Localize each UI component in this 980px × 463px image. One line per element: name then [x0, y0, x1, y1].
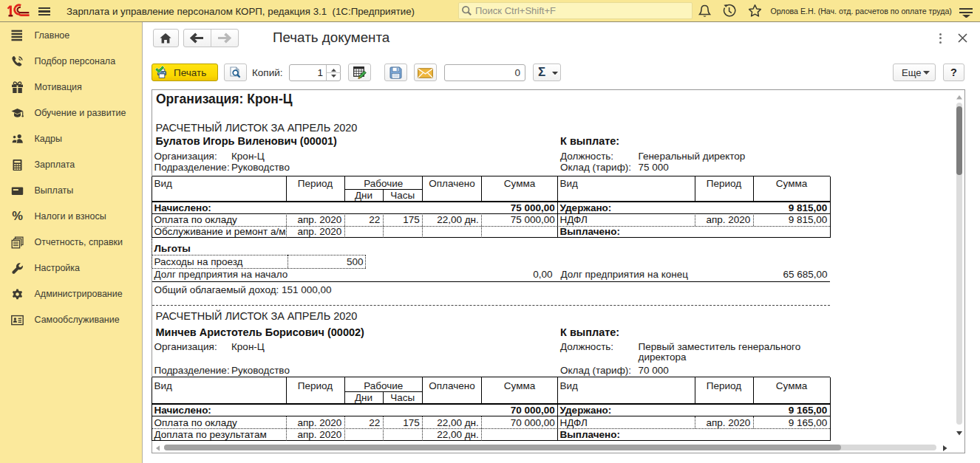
svg-text:%: %	[12, 210, 23, 222]
